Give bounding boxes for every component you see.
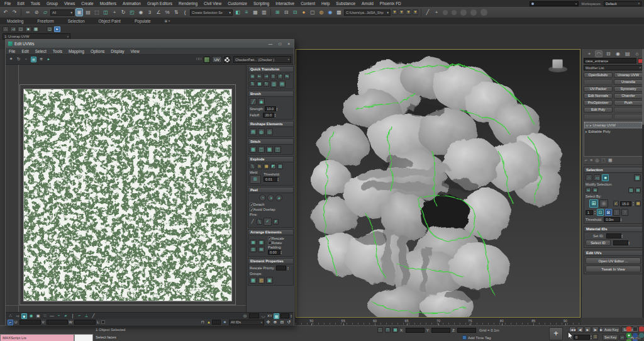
- open-in-viewport-icon[interactable]: ▩: [335, 8, 343, 16]
- element-toggle-icon[interactable]: ◉: [28, 313, 34, 319]
- falloff-field[interactable]: 20.0: [263, 113, 274, 118]
- w-field[interactable]: [74, 320, 96, 325]
- zoom-extents-icon[interactable]: ↺: [286, 320, 292, 325]
- spinner[interactable]: ▴▾: [633, 201, 634, 205]
- menu-item[interactable]: Arnold: [358, 1, 377, 6]
- soft-selection-field[interactable]: [249, 313, 259, 318]
- space-h-icon[interactable]: ⇆: [284, 74, 290, 79]
- rescale-priority-field[interactable]: [276, 266, 286, 271]
- flatten-custom-icon[interactable]: ▥: [277, 164, 283, 169]
- make-unique-icon[interactable]: ◎: [595, 158, 599, 163]
- z-coord-field[interactable]: [457, 328, 476, 333]
- ref-coord-icon[interactable]: ◉: [137, 8, 145, 16]
- falloff-curve-icon[interactable]: ◡: [260, 313, 266, 319]
- render-setup-icon[interactable]: ▢: [309, 8, 316, 16]
- transform-stretcher-icon[interactable]: ▤: [250, 128, 257, 135]
- loop-selection-icon[interactable]: ▤: [635, 187, 641, 193]
- zoom-region-icon[interactable]: ⊡: [279, 320, 285, 325]
- layer-4-icon[interactable]: ▼: [413, 9, 418, 15]
- menu-item[interactable]: Substance: [333, 1, 358, 6]
- spinner[interactable]: ▴▾: [280, 250, 282, 254]
- select-overlapped-icon[interactable]: ⊡: [597, 209, 604, 216]
- tray-icon[interactable]: [633, 333, 638, 338]
- uv-vertical-icon[interactable]: ⌐: [77, 313, 82, 319]
- edge-ring-icon[interactable]: ÷: [56, 313, 62, 319]
- section-header[interactable]: Stitch: [248, 138, 294, 145]
- uv-menu-item[interactable]: Display: [108, 49, 127, 53]
- planar-angle-field[interactable]: 15.0: [620, 201, 631, 206]
- light-toggle-icon[interactable]: [460, 9, 467, 16]
- scale-icon[interactable]: ▫: [23, 57, 29, 62]
- space-v-icon[interactable]: ⇅: [250, 81, 255, 87]
- align-to-edge-icon[interactable]: ▥: [270, 81, 277, 87]
- align-v-icon[interactable]: ⇥: [264, 74, 269, 79]
- modifier-button[interactable]: ProOptimizer: [584, 100, 613, 106]
- auto-key-button[interactable]: Auto Key: [602, 327, 620, 333]
- spinner[interactable]: ▴▾: [594, 210, 596, 214]
- modifier-button[interactable]: Chamfer: [614, 93, 643, 99]
- section-header[interactable]: Peel: [248, 187, 294, 193]
- padding-field[interactable]: 0.00: [268, 250, 280, 255]
- modifier-button[interactable]: [614, 107, 643, 113]
- border-mode-icon[interactable]: ▢: [18, 26, 24, 32]
- snap-3d-icon[interactable]: 3: [146, 8, 153, 16]
- section-header[interactable]: Explode: [248, 156, 294, 162]
- maximize-button[interactable]: □: [279, 42, 281, 46]
- menu-item[interactable]: Group: [43, 1, 61, 6]
- named-selection-dropdown[interactable]: Create Selection Se▾: [190, 9, 233, 16]
- select-by-poly-icon[interactable]: ⊞: [589, 199, 598, 208]
- angle-snap-icon[interactable]: ∠: [155, 8, 162, 16]
- scene-explorer-icon[interactable]: ▦: [252, 8, 259, 16]
- pin-stack-icon[interactable]: ⌐: [585, 158, 587, 163]
- ribbon-tab[interactable]: Modeling: [0, 18, 30, 25]
- vertex-mode-icon[interactable]: ∴: [8, 313, 13, 319]
- menu-item[interactable]: Graph Editors: [144, 1, 175, 6]
- layer-explorer-icon[interactable]: ▥: [260, 8, 268, 16]
- poly-mode-icon[interactable]: ■: [25, 26, 31, 32]
- edge-mode-icon[interactable]: ◅: [14, 313, 20, 319]
- matid-field[interactable]: 1: [586, 210, 593, 215]
- close-button[interactable]: ×: [287, 42, 290, 46]
- align-grid-icon[interactable]: ▦: [257, 81, 262, 87]
- select-element-icon[interactable]: ▩: [634, 174, 641, 181]
- grow-selection-icon[interactable]: ⊞: [592, 187, 598, 193]
- view-cube[interactable]: [547, 57, 569, 76]
- object-name-field[interactable]: cave_entrance: [584, 58, 636, 64]
- key-icon[interactable]: ⚿: [592, 334, 598, 340]
- pixel-snap-icon[interactable]: ∷∷: [196, 57, 202, 62]
- uv-menu-item[interactable]: Tools: [50, 49, 65, 53]
- isolate-icon[interactable]: ╱: [424, 8, 431, 16]
- select-rotate-icon[interactable]: ↻: [119, 8, 127, 16]
- select-inverted-icon[interactable]: ⊠: [605, 209, 612, 216]
- pack-custom-icon[interactable]: ▦: [250, 240, 257, 245]
- spinner[interactable]: ▴▾: [620, 218, 621, 221]
- move-icon[interactable]: +: [8, 57, 14, 62]
- stack-item-editable-poly[interactable]: ▸ Editable Poly: [584, 128, 642, 135]
- set-id-field[interactable]: [606, 233, 621, 238]
- pan-navigation-button[interactable]: +: [549, 327, 563, 340]
- menu-item[interactable]: Create: [78, 1, 97, 6]
- spinner[interactable]: ▴▾: [591, 335, 592, 338]
- select-by-pick-icon[interactable]: ◉: [599, 199, 608, 208]
- maxscript-listener-white[interactable]: [74, 334, 93, 341]
- modify-tab-icon[interactable]: ◠: [595, 50, 602, 57]
- pack-together-icon[interactable]: ▩: [258, 240, 265, 245]
- grid-snap-icon[interactable]: ▦: [274, 313, 279, 319]
- select-object-icon[interactable]: ▣: [75, 8, 83, 16]
- absolute-mode-icon[interactable]: ⌐: [8, 320, 13, 325]
- polygon-modeling-icon[interactable]: ∴: [3, 26, 9, 32]
- uv-horizontal-icon[interactable]: ⊥: [84, 313, 89, 319]
- show-end-result-icon[interactable]: ≡: [590, 158, 592, 163]
- rotate-icon[interactable]: ↻: [16, 57, 21, 62]
- undo-icon[interactable]: ↶: [2, 8, 9, 16]
- selection-rollout-header[interactable]: Selection: [584, 167, 643, 173]
- light-toggle-icon[interactable]: [452, 10, 457, 15]
- spinner[interactable]: ▴▾: [628, 241, 630, 245]
- weld-target-icon[interactable]: b: [257, 164, 262, 169]
- pin-tool-icon[interactable]: ╱: [250, 219, 255, 225]
- pack-full-icon[interactable]: ▥: [250, 247, 257, 252]
- break-icon[interactable]: ╲: [250, 164, 255, 169]
- modifier-button[interactable]: [584, 79, 613, 85]
- select-id-button[interactable]: Select ID: [586, 240, 611, 246]
- freeform-mode-icon[interactable]: ⊞: [31, 57, 36, 62]
